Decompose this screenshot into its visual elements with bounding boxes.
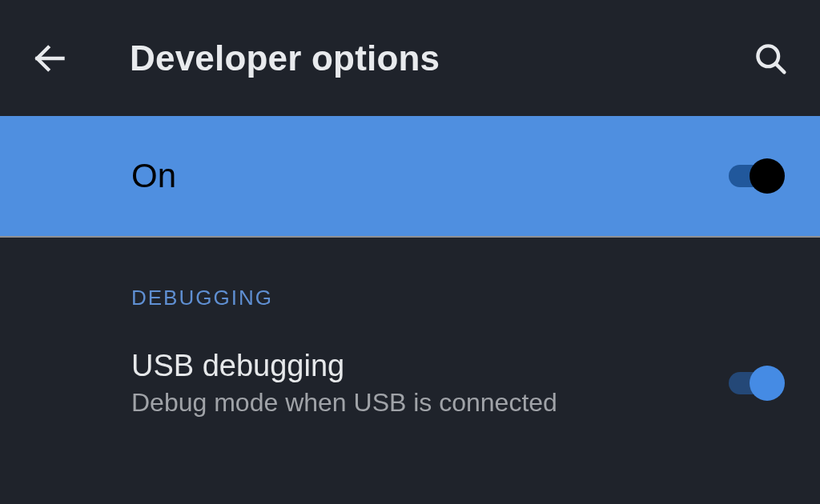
usb-debugging-subtitle: Debug mode when USB is connected	[131, 388, 729, 418]
appbar: Developer options	[0, 0, 820, 116]
master-toggle-switch[interactable]	[729, 156, 785, 196]
page-title: Developer options	[130, 38, 440, 78]
developer-options-master-toggle-row[interactable]: On	[0, 116, 820, 236]
search-icon[interactable]	[753, 41, 788, 76]
master-toggle-label: On	[131, 157, 176, 195]
usb-debugging-switch[interactable]	[729, 363, 785, 403]
usb-debugging-title: USB debugging	[131, 349, 729, 383]
section-header-debugging: DEBUGGING	[0, 286, 820, 310]
svg-line-2	[775, 63, 784, 72]
back-arrow-icon[interactable]	[32, 41, 67, 76]
divider	[0, 236, 820, 238]
usb-debugging-row[interactable]: USB debugging Debug mode when USB is con…	[0, 349, 820, 418]
